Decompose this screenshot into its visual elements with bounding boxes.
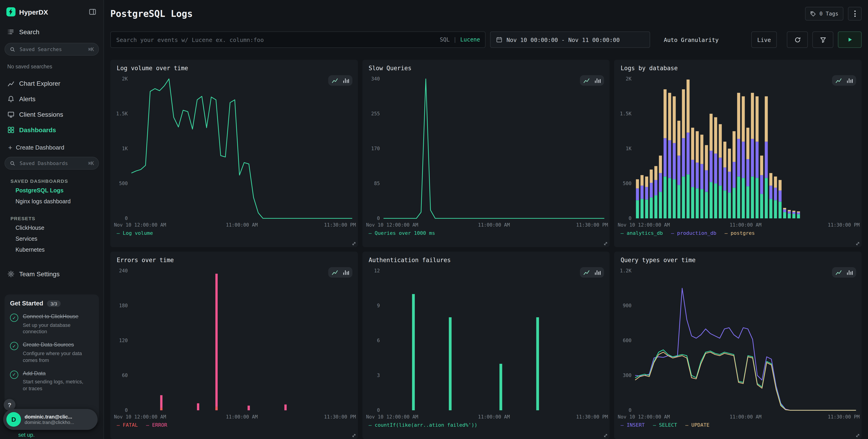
line-chart-toggle-button[interactable] bbox=[583, 77, 590, 84]
line-chart-toggle-button[interactable] bbox=[331, 269, 338, 276]
lucene-toggle[interactable]: Lucene bbox=[460, 36, 480, 43]
saved-dashboards-input[interactable]: ⌘K bbox=[5, 157, 99, 169]
create-dashboard-button[interactable]: + Create Dashboard bbox=[0, 140, 103, 154]
line-chart-toggle-button[interactable] bbox=[835, 77, 842, 84]
set-up-link[interactable]: set up. bbox=[18, 432, 35, 438]
chart-card-errors-over-time: Errors over time 060120180240Nov 10 12:0… bbox=[110, 252, 358, 439]
tags-button[interactable]: 0 Tags bbox=[805, 7, 843, 21]
bar-segment bbox=[197, 403, 199, 410]
sidebar-item-postgresql-logs[interactable]: PostgreSQL Logs bbox=[0, 185, 103, 196]
saved-dashboards-field[interactable] bbox=[19, 160, 85, 167]
resize-handle[interactable] bbox=[855, 433, 860, 438]
resize-handle[interactable] bbox=[603, 241, 608, 246]
sidebar-item-alerts[interactable]: Alerts bbox=[0, 91, 103, 107]
chart-card-query-types: Query types over time 03006009001.2KNov … bbox=[614, 252, 862, 439]
avatar: D bbox=[6, 412, 21, 427]
bar-chart-toggle-button[interactable] bbox=[594, 269, 601, 276]
bar-chart-toggle-button[interactable] bbox=[594, 77, 601, 84]
legend-item: — production_db bbox=[671, 230, 716, 236]
chart-type-toggle bbox=[580, 267, 604, 278]
saved-dashboards-group-header[interactable]: SAVED DASHBOARDS bbox=[0, 177, 103, 185]
y-axis-tick: 500 bbox=[119, 181, 128, 186]
saved-searches-input[interactable]: ⌘K bbox=[5, 43, 99, 56]
resize-handle[interactable] bbox=[603, 433, 608, 438]
sql-toggle[interactable]: SQL bbox=[440, 36, 450, 43]
bar-chart-toggle-button[interactable] bbox=[342, 77, 349, 84]
y-axis-tick: 2K bbox=[626, 76, 632, 82]
saved-searches-field[interactable] bbox=[19, 46, 85, 53]
bar-segment bbox=[659, 156, 662, 173]
legend-item: — UPDATE bbox=[685, 422, 710, 428]
saved-dashboards-header-label: SAVED DASHBOARDS bbox=[10, 178, 68, 184]
bar-segment bbox=[770, 199, 773, 218]
bar-segment bbox=[705, 145, 708, 170]
bar-segment bbox=[641, 186, 644, 199]
presets-group-header[interactable]: PRESETS bbox=[0, 214, 103, 222]
bar-segment bbox=[701, 189, 704, 218]
filter-button[interactable] bbox=[812, 31, 833, 48]
bar-segment bbox=[710, 151, 713, 182]
line-chart-toggle-button[interactable] bbox=[331, 77, 338, 84]
sidebar-item-team-settings[interactable]: Team Settings bbox=[0, 266, 103, 282]
sidebar-item-search[interactable]: Search bbox=[0, 24, 103, 40]
resize-handle[interactable] bbox=[351, 433, 356, 438]
check-circle-icon: ✓ bbox=[10, 314, 18, 322]
bar-chart-toggle-button[interactable] bbox=[846, 269, 853, 276]
chart-title: Slow Queries bbox=[369, 65, 610, 71]
sidebar-item-services[interactable]: Services bbox=[0, 233, 103, 244]
run-query-button[interactable] bbox=[838, 31, 862, 48]
bar-segment bbox=[783, 208, 786, 209]
sidebar-item-clickhouse[interactable]: ClickHouse bbox=[0, 222, 103, 233]
search-input[interactable] bbox=[110, 31, 486, 48]
x-axis-tick: 11:00:00 AM bbox=[730, 222, 762, 228]
chart-type-toggle bbox=[832, 267, 856, 278]
sidebar-item-dashboards[interactable]: Dashboards bbox=[0, 122, 103, 138]
bar-segment bbox=[755, 96, 758, 142]
bar-chart-toggle-button[interactable] bbox=[342, 269, 349, 276]
bar-segment bbox=[687, 175, 690, 218]
bar-segment bbox=[774, 200, 777, 218]
y-axis-tick: 0 bbox=[125, 215, 128, 221]
bar-segment bbox=[696, 162, 699, 188]
get-started-item-desc: Set up your database connection bbox=[23, 322, 87, 335]
chart-legend: — countIf(like(arr..ation failed%')) bbox=[369, 422, 603, 428]
search-icon bbox=[9, 46, 16, 52]
bar-chart-toggle-button[interactable] bbox=[846, 77, 853, 84]
collapse-sidebar-button[interactable] bbox=[88, 7, 97, 17]
app-root: HyperDX Search ⌘K No saved searches bbox=[0, 0, 868, 439]
get-started-item-connect[interactable]: ✓ Connect to ClickHouse Set up your data… bbox=[10, 313, 93, 335]
bar-segment bbox=[760, 156, 763, 175]
resize-handle[interactable] bbox=[351, 241, 356, 246]
chart-title: Logs by database bbox=[621, 65, 862, 71]
chart-plot: 060120180240Nov 10 12:00:00 AM11:00:00 A… bbox=[110, 265, 358, 422]
y-axis-tick: 1.5K bbox=[116, 111, 128, 117]
bar-segment bbox=[737, 177, 740, 218]
x-axis-tick: Nov 10 12:00:00 AM bbox=[366, 414, 418, 419]
user-name: dominic.tran@clic... bbox=[25, 414, 89, 419]
language-divider: | bbox=[454, 36, 457, 43]
chart-explorer-label: Chart Explorer bbox=[19, 80, 60, 87]
get-started-header[interactable]: Get Started 3/3 bbox=[10, 300, 93, 307]
date-range-picker[interactable]: Nov 10 00:00:00 - Nov 11 00:00:00 bbox=[490, 31, 650, 48]
sidebar-item-nginx-logs-dashboard[interactable]: Nginx logs dashboard bbox=[0, 196, 103, 207]
granularity-select[interactable]: Auto Granularity bbox=[658, 31, 740, 48]
sidebar-item-client-sessions[interactable]: Client Sessions bbox=[0, 107, 103, 122]
bar-segment bbox=[664, 89, 667, 138]
get-started-item-data-sources[interactable]: ✓ Create Data Sources Configure where yo… bbox=[10, 342, 93, 364]
more-options-button[interactable] bbox=[848, 7, 862, 21]
bar-segment bbox=[742, 96, 745, 142]
sidebar-item-kubernetes[interactable]: Kubernetes bbox=[0, 244, 103, 255]
user-menu[interactable]: D dominic.tran@clic... dominic.tran@clic… bbox=[3, 409, 98, 430]
brand-name: HyperDX bbox=[19, 8, 48, 16]
bar-segment bbox=[765, 178, 768, 218]
bar-segment bbox=[742, 178, 745, 218]
get-started-item-add-data[interactable]: ✓ Add Data Start sending logs, metrics, … bbox=[10, 370, 93, 392]
live-button[interactable]: Live bbox=[751, 31, 777, 48]
bar-segment bbox=[788, 211, 791, 213]
refresh-button[interactable] bbox=[787, 31, 808, 48]
line-chart-toggle-button[interactable] bbox=[583, 269, 590, 276]
bar-segment bbox=[248, 406, 250, 410]
line-chart-toggle-button[interactable] bbox=[835, 269, 842, 276]
resize-handle[interactable] bbox=[855, 241, 860, 246]
sidebar-item-chart-explorer[interactable]: Chart Explorer bbox=[0, 76, 103, 91]
